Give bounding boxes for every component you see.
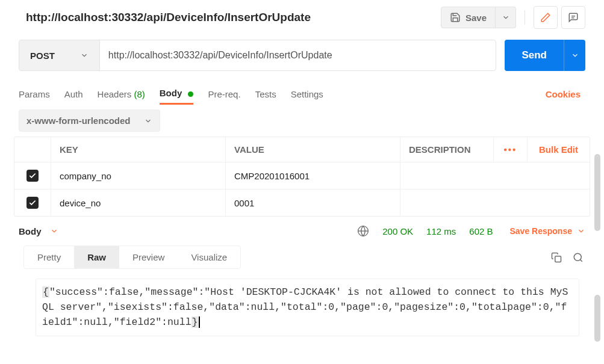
column-value-header: VALUE bbox=[225, 137, 400, 162]
save-icon bbox=[450, 12, 461, 23]
response-section-caret[interactable] bbox=[50, 227, 58, 235]
chevron-down-icon bbox=[144, 117, 152, 125]
cookies-link[interactable]: Cookies bbox=[541, 84, 585, 104]
save-button[interactable]: Save bbox=[441, 7, 496, 28]
resp-tab-visualize[interactable]: Visualize bbox=[178, 246, 240, 268]
send-button[interactable]: Send bbox=[505, 40, 564, 71]
tab-auth[interactable]: Auth bbox=[64, 84, 83, 104]
response-section-label: Body bbox=[19, 226, 42, 236]
tab-tests[interactable]: Tests bbox=[255, 84, 276, 104]
url-input[interactable]: http://localhost:30332/api/DeviceInfo/In… bbox=[100, 40, 496, 70]
send-caret-button[interactable] bbox=[564, 40, 585, 71]
divider bbox=[525, 10, 525, 25]
save-response-button[interactable]: Save Response bbox=[510, 226, 586, 236]
modified-dot-icon bbox=[188, 91, 193, 97]
resp-tab-pretty[interactable]: Pretty bbox=[24, 246, 74, 268]
comments-button[interactable] bbox=[561, 6, 585, 29]
page-title: http://localhost:30332/api/DeviceInfo/In… bbox=[26, 11, 311, 24]
key-cell[interactable]: device_no bbox=[51, 190, 225, 216]
tab-body[interactable]: Body bbox=[160, 83, 194, 105]
svg-point-5 bbox=[574, 253, 581, 261]
column-key-header: KEY bbox=[51, 137, 225, 162]
body-type-select[interactable]: x-www-form-urlencoded bbox=[19, 110, 160, 132]
headers-label: Headers bbox=[98, 89, 132, 99]
value-cell[interactable]: CMP20201016001 bbox=[225, 162, 400, 189]
headers-count: (8) bbox=[134, 89, 145, 99]
table-row: device_no 0001 bbox=[14, 190, 590, 216]
response-status: 200 OK bbox=[382, 226, 413, 236]
row-checkbox[interactable] bbox=[26, 170, 39, 182]
response-size: 602 B bbox=[469, 226, 493, 236]
grid-menu-button[interactable]: ••• bbox=[493, 137, 527, 162]
resp-tab-raw[interactable]: Raw bbox=[74, 246, 119, 268]
body-type-label: x-www-form-urlencoded bbox=[26, 116, 131, 126]
tab-headers[interactable]: Headers (8) bbox=[98, 84, 145, 104]
body-label: Body bbox=[160, 88, 182, 98]
copy-button[interactable] bbox=[549, 250, 564, 265]
key-cell[interactable]: company_no bbox=[51, 162, 225, 189]
chevron-down-icon bbox=[80, 51, 89, 60]
pencil-icon bbox=[540, 12, 551, 23]
column-desc-header: DESCRIPTION bbox=[400, 137, 493, 162]
method-label: POST bbox=[30, 51, 55, 61]
scrollbar[interactable] bbox=[594, 154, 600, 231]
edit-button[interactable] bbox=[534, 6, 558, 29]
response-body[interactable]: {"success":false,"message":"Host 'DESKTO… bbox=[36, 279, 579, 336]
comment-icon bbox=[568, 12, 579, 23]
resp-tab-preview[interactable]: Preview bbox=[119, 246, 178, 268]
save-caret-button[interactable] bbox=[496, 7, 516, 28]
method-select[interactable]: POST bbox=[19, 40, 100, 70]
response-raw-text: "success":false,"message":"Host 'DESKTOP… bbox=[42, 286, 568, 328]
desc-cell[interactable] bbox=[400, 190, 590, 216]
save-response-label: Save Response bbox=[510, 226, 573, 236]
svg-rect-4 bbox=[555, 256, 561, 262]
bulk-edit-link[interactable]: Bulk Edit bbox=[539, 144, 578, 155]
desc-cell[interactable] bbox=[400, 162, 590, 189]
save-label: Save bbox=[465, 13, 487, 23]
value-cell[interactable]: 0001 bbox=[225, 190, 400, 216]
scrollbar[interactable] bbox=[594, 295, 600, 342]
svg-line-6 bbox=[580, 259, 582, 261]
tab-settings[interactable]: Settings bbox=[291, 84, 323, 104]
tab-prereq[interactable]: Pre-req. bbox=[208, 84, 240, 104]
tab-params[interactable]: Params bbox=[19, 84, 50, 104]
search-response-button[interactable] bbox=[571, 250, 585, 265]
response-time: 112 ms bbox=[426, 226, 456, 236]
row-checkbox[interactable] bbox=[26, 197, 39, 209]
params-grid: KEY VALUE DESCRIPTION ••• Bulk Edit comp… bbox=[14, 137, 590, 217]
table-row: company_no CMP20201016001 bbox=[14, 162, 590, 190]
globe-icon[interactable] bbox=[357, 225, 369, 237]
